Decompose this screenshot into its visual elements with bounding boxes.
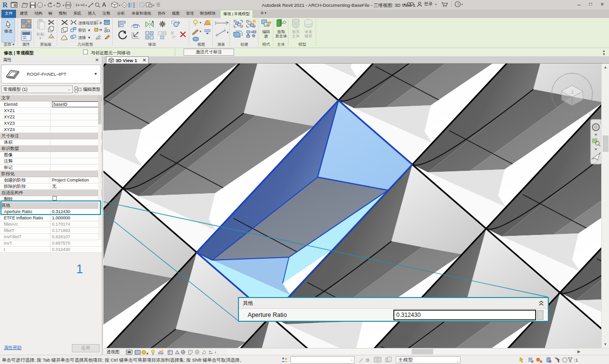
svg-text:东: 东 <box>588 113 593 117</box>
svg-text:上: 上 <box>570 89 575 94</box>
svg-text:?: ? <box>457 2 459 6</box>
svg-text:R: R <box>2 1 8 9</box>
svg-text:‹: ‹ <box>215 350 216 355</box>
svg-text:南: 南 <box>552 112 556 116</box>
